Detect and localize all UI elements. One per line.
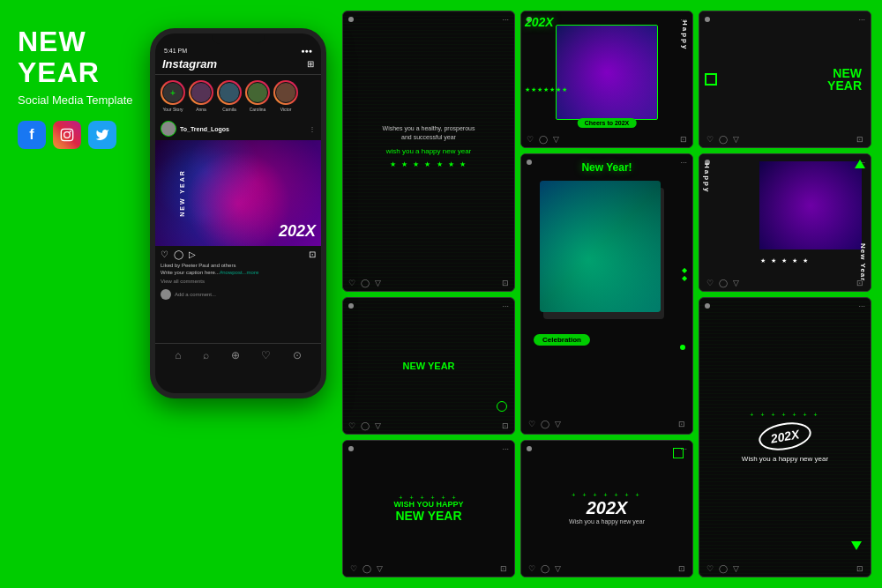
t8-wish-text: Wish you a happy new year (569, 518, 645, 525)
phone-signal: ●●● (301, 48, 312, 54)
t2-bookmark-icon[interactable]: ⊡ (680, 135, 687, 144)
comment-icon[interactable]: ◯ (174, 249, 183, 259)
instagram-icon[interactable] (53, 121, 81, 149)
twitter-icon[interactable] (88, 121, 116, 149)
t3-heart-icon[interactable]: ♡ (706, 135, 714, 144)
ig-filter-icon[interactable]: ⊞ (307, 59, 314, 69)
t3-menu[interactable]: ··· (858, 15, 865, 24)
template-card-6[interactable]: ··· Happy New Year ★ ★ ★ ★ ★ ♡ ◯ ▽ ⊡ (699, 153, 871, 291)
home-nav-icon[interactable]: ⌂ (175, 349, 181, 361)
template-card-4[interactable]: ··· NEW YEAR ♡ ◯ ▽ ⊡ (342, 297, 515, 435)
t7-menu[interactable]: ··· (502, 444, 509, 453)
t6-content: ··· Happy New Year ★ ★ ★ ★ ★ ♡ ◯ ▽ ⊡ (699, 154, 871, 290)
t9-bookmark-icon[interactable]: ⊡ (856, 564, 863, 573)
template-card-3[interactable]: ··· NEW YEAR ♡ ◯ ▽ ⊡ (699, 11, 871, 148)
t2-share-icon[interactable]: ▽ (553, 135, 559, 144)
share-icon[interactable]: ▷ (189, 249, 196, 259)
ig-logo: Instagram (162, 57, 217, 71)
t6-image (759, 161, 862, 249)
story-anna[interactable]: Anna (189, 80, 213, 112)
story-carolina[interactable]: Carolina (245, 80, 270, 112)
t9-heart-icon[interactable]: ♡ (706, 564, 714, 573)
t7-wish-line2: NEW YEAR (395, 509, 461, 523)
t3-dot (705, 17, 710, 22)
t1-heart-icon[interactable]: ♡ (348, 279, 355, 287)
t6-happy: Happy (703, 163, 711, 193)
t2-image (556, 25, 658, 120)
story-your[interactable]: + Your Story (161, 80, 185, 112)
like-icon[interactable]: ♡ (161, 249, 168, 259)
phone-notch (212, 33, 265, 44)
profile-nav-icon[interactable]: ⊙ (293, 349, 302, 361)
t3-share-icon[interactable]: ▽ (733, 135, 739, 144)
template-card-1[interactable]: ··· Wishes you a healthy, prosperous and… (342, 11, 515, 292)
phone-status-bar: 5:41 PM ●●● (155, 44, 321, 54)
t7-content: ··· + + + + + + WISH YOU HAPPY NEW YEAR … (343, 441, 514, 577)
t9-menu[interactable]: ··· (858, 301, 865, 310)
search-nav-icon[interactable]: ⌕ (203, 349, 209, 361)
t2-comment-icon[interactable]: ◯ (539, 135, 548, 144)
comment-placeholder[interactable]: Add a comment... (175, 292, 216, 297)
ig-add-comment[interactable]: Add a comment... (155, 286, 321, 303)
ig-header: Instagram ⊞ (155, 54, 321, 75)
template-card-2[interactable]: ··· Happy 202X Cheers to 202X ★★★★★★★ ♡ … (520, 11, 693, 148)
story-victor[interactable]: Victor (273, 80, 298, 112)
t1-share-icon[interactable]: ▽ (375, 279, 381, 287)
left-panel: NEW YEAR Social Media Template f (0, 0, 159, 588)
t7-heart-icon[interactable]: ♡ (350, 564, 357, 573)
t8-bookmark-icon[interactable]: ⊡ (678, 564, 685, 573)
t3-comment-icon[interactable]: ◯ (719, 135, 728, 144)
t6-share-icon[interactable]: ▽ (733, 279, 739, 287)
post-username: To_Trend_Logos (180, 126, 229, 132)
t5-comment-icon[interactable]: ◯ (541, 420, 549, 428)
template-card-7[interactable]: ··· + + + + + + WISH YOU HAPPY NEW YEAR … (342, 440, 515, 577)
t1-dot (348, 17, 354, 22)
heart-nav-icon[interactable]: ♡ (261, 349, 271, 361)
t1-comment-icon[interactable]: ◯ (361, 279, 370, 287)
ig-caption: Write your caption here...#nowpost...mor… (155, 268, 321, 277)
t5-card-img (540, 181, 660, 312)
t5-bookmark-icon[interactable]: ⊡ (678, 420, 685, 428)
t5-menu[interactable]: ··· (680, 158, 687, 167)
t6-comment-icon[interactable]: ◯ (719, 279, 728, 287)
t2-img-inner (557, 26, 657, 119)
template-card-5[interactable]: ··· New Year! Celebration ◆◆ ♡ ◯ ▽ ⊡ (520, 153, 693, 435)
t9-share-icon[interactable]: ▽ (733, 564, 739, 573)
save-icon[interactable]: ⊡ (309, 249, 316, 259)
story-camila[interactable]: Camila (217, 80, 242, 112)
t8-comment-icon[interactable]: ◯ (541, 564, 549, 573)
t1-menu[interactable]: ··· (502, 15, 509, 24)
add-nav-icon[interactable]: ⊕ (231, 349, 240, 361)
t4-share-icon[interactable]: ▽ (375, 421, 381, 430)
svg-point-1 (64, 132, 71, 138)
template-card-8[interactable]: ··· + + + + + + + 202X Wish you a happy … (520, 440, 693, 577)
t5-share-icon[interactable]: ▽ (555, 420, 561, 428)
template-card-9[interactable]: ··· + + + + + + + 202X Wish you a happy … (699, 297, 871, 578)
t1-bookmark-icon[interactable]: ⊡ (502, 279, 509, 287)
facebook-icon[interactable]: f (18, 121, 46, 149)
t5-geo-deco (680, 345, 685, 350)
t3-bookmark-icon[interactable]: ⊡ (856, 135, 863, 144)
ig-view-comments[interactable]: View all comments (155, 277, 321, 286)
t7-wish-line1: WISH YOU HAPPY (394, 500, 464, 509)
t4-comment-icon[interactable]: ◯ (361, 421, 370, 430)
t9-comment-icon[interactable]: ◯ (719, 564, 728, 573)
t7-share-icon[interactable]: ▽ (377, 564, 383, 573)
t8-share-icon[interactable]: ▽ (555, 564, 561, 573)
t5-heart-icon[interactable]: ♡ (528, 420, 535, 428)
t6-new-year: New Year (859, 243, 867, 281)
post-options-icon[interactable]: ⋮ (309, 125, 316, 133)
t7-comment-icon[interactable]: ◯ (363, 564, 371, 573)
t6-heart-icon[interactable]: ♡ (706, 279, 714, 287)
t4-menu[interactable]: ··· (502, 301, 509, 310)
t8-icons: ♡ ◯ ▽ (528, 564, 561, 573)
t2-heart-icon[interactable]: ♡ (527, 135, 534, 144)
t4-bookmark-icon[interactable]: ⊡ (502, 421, 509, 430)
t9-202x: 202X (770, 427, 801, 445)
t7-icons: ♡ ◯ ▽ (350, 564, 383, 573)
t7-bookmark-icon[interactable]: ⊡ (500, 564, 507, 573)
t5-stars-deco: ◆◆ (682, 266, 689, 282)
t4-heart-icon[interactable]: ♡ (348, 421, 355, 430)
t8-heart-icon[interactable]: ♡ (528, 564, 535, 573)
t6-bookmark-icon[interactable]: ⊡ (856, 279, 863, 287)
